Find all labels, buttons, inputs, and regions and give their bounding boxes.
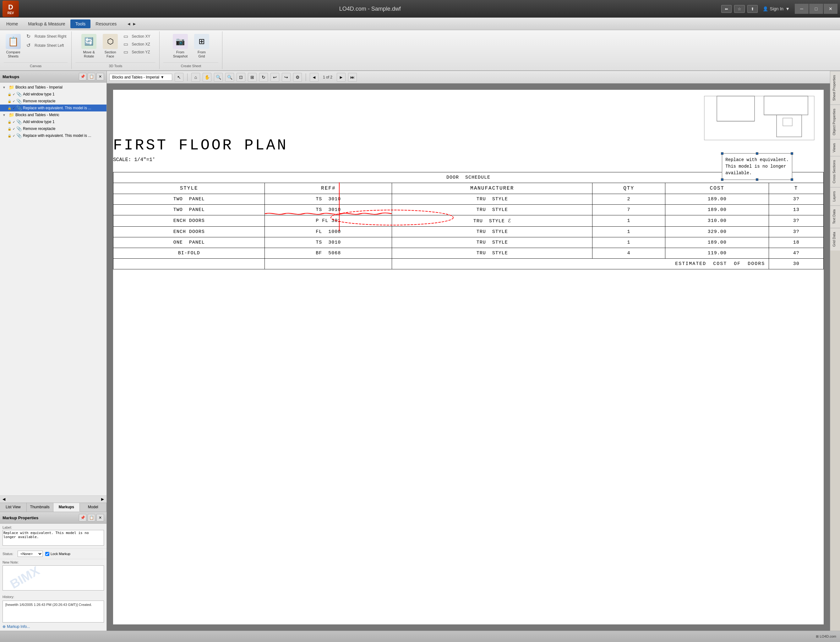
settings-btn[interactable]: ⚙ — [293, 73, 302, 82]
rotate-right-btn[interactable]: ↻ Rotate Sheet Right — [25, 32, 68, 40]
user-icon: 👤 — [763, 6, 768, 11]
tree-item-remove-receptacle-1[interactable]: 🔒 ✓ 📎 Remove receptacle — [0, 97, 107, 105]
table-row: ONE PANEL TS 3010 TRU STYLE 1 189.00 18 — [114, 237, 824, 248]
compare-sheets-btn[interactable]: 📋 CompareSheets — [4, 32, 23, 60]
sheet-selector[interactable]: Blocks and Tables - Imperial ▼ — [109, 74, 172, 81]
scroll-right-arrow[interactable]: ▶ — [101, 497, 104, 501]
zoom-fit-btn[interactable]: ⊡ — [237, 73, 245, 82]
tree-group-metric[interactable]: ▼ 📁 Blocks and Tables - Metric — [0, 112, 107, 118]
markup-props-close-btn[interactable]: ✕ — [96, 514, 104, 522]
right-tab-grid-data[interactable]: Grid Data — [830, 228, 840, 251]
tree-item-remove-receptacle-2[interactable]: 🔒 ✓ 📎 Remove receptacle — [0, 125, 107, 132]
section-xy-label: Section XY — [132, 34, 150, 39]
prev-page-btn[interactable]: ◄ — [310, 73, 318, 82]
item-icon-6: 📎 — [16, 133, 22, 138]
menu-arrow[interactable]: ◄ ► — [122, 19, 142, 28]
from-grid-label: FromGrid — [198, 50, 206, 58]
right-tab-layers[interactable]: Layers — [830, 187, 840, 205]
zoom-in-btn[interactable]: 🔍 — [214, 73, 223, 82]
scroll-arrows: ◀ ▶ — [0, 495, 107, 503]
nav-forward-btn[interactable]: ⬆ — [747, 5, 758, 13]
nav-back-btn[interactable]: ⬅ — [721, 5, 732, 13]
ribbon-create-sheet-content: 📷 FromSnapshot ⊞ FromGrid — [171, 32, 211, 61]
markup-props-copy-btn[interactable]: 📋 — [88, 514, 95, 522]
last-page-btn[interactable]: ⏭ — [348, 73, 357, 82]
check-icon-2: ✓ — [13, 99, 15, 103]
right-tab-views[interactable]: Views — [830, 139, 840, 156]
item-icon-4: 📎 — [16, 119, 22, 124]
from-grid-btn[interactable]: ⊞ FromGrid — [192, 32, 211, 60]
home-btn[interactable]: ⌂ — [191, 73, 200, 82]
nav-star-btn[interactable]: ☆ — [734, 5, 745, 13]
menu-resources[interactable]: Resources — [91, 19, 122, 28]
close-btn[interactable]: ✕ — [824, 4, 837, 14]
panel-close-btn[interactable]: ✕ — [96, 73, 104, 80]
tree-group-imperial[interactable]: ▼ 📁 Blocks and Tables - Imperial — [0, 84, 107, 91]
panel-pin-btn[interactable]: 📌 — [79, 73, 86, 80]
menu-markup-measure[interactable]: Markup & Measure — [23, 19, 70, 28]
label-textarea[interactable]: Replace with equivalent. This model is n… — [3, 530, 104, 546]
floor-plan-sketch — [701, 93, 817, 143]
tab-markups[interactable]: Markups — [54, 503, 80, 512]
tab-list-view[interactable]: List View — [0, 503, 27, 512]
redo-btn[interactable]: ↪ — [282, 73, 291, 82]
from-snapshot-btn[interactable]: 📷 FromSnapshot — [171, 32, 190, 60]
tree-item-add-window-2[interactable]: 🔒 ✓ 📎 Add window type 1 — [0, 118, 107, 125]
section-xz-btn[interactable]: ▭ Section XZ — [122, 41, 151, 48]
cursor-btn[interactable]: ↖ — [175, 73, 184, 82]
annotation-text: Replace with equivalent.This model is no… — [725, 157, 789, 175]
zoom-window-btn[interactable]: ⊞ — [248, 73, 257, 82]
tab-thumbnails[interactable]: Thumbnails — [27, 503, 54, 512]
table-row: TWO PANEL TS 3010 TRU STYLE 7 — [114, 205, 824, 216]
right-tab-sheet-properties[interactable]: Sheet Properties — [830, 71, 840, 105]
markup-annotation-box: Replace with equivalent.This model is no… — [722, 153, 792, 180]
maximize-btn[interactable]: □ — [809, 4, 823, 14]
lock-icon-5: 🔒 — [8, 127, 11, 131]
section-xy-btn[interactable]: ▭ Section XY — [122, 32, 151, 40]
section-face-btn[interactable]: ⬡ SectionFace — [101, 32, 120, 60]
rotate-left-btn[interactable]: ↺ Rotate Sheet Left — [25, 42, 68, 49]
tree-item-replace-1[interactable]: 🔒 ✓ 📎 Replace with equivalent. This mode… — [0, 105, 107, 112]
next-page-btn[interactable]: ► — [337, 73, 346, 82]
rotate-view-btn[interactable]: ↻ — [259, 73, 268, 82]
zoom-out-btn[interactable]: 🔍 — [225, 73, 234, 82]
panel-copy-btn[interactable]: 📋 — [88, 73, 95, 80]
section-yz-label: Section YZ — [132, 50, 150, 54]
tree-item-add-window-2-label: Add window type 1 — [23, 120, 104, 124]
undo-btn[interactable]: ↩ — [270, 73, 279, 82]
minimize-btn[interactable]: ─ — [795, 4, 809, 14]
item-icon-5: 📎 — [16, 126, 22, 131]
right-tab-object-properties[interactable]: Object Properties — [830, 105, 840, 139]
right-tab-text-data[interactable]: Text Data — [830, 205, 840, 228]
lock-icon-2: 🔒 — [8, 99, 11, 103]
toolbar-sep-2 — [305, 73, 306, 81]
menu-tools[interactable]: Tools — [70, 19, 91, 28]
tree-item-replace-2[interactable]: 🔒 ✓ 📎 Replace with equivalent. This mode… — [0, 132, 107, 139]
markup-info-btn[interactable]: ⊕ Markup Info... — [0, 623, 107, 631]
label-field-label: Label: — [3, 525, 104, 529]
ribbon-canvas-content: 📋 CompareSheets ↻ Rotate Sheet Right ↺ R… — [4, 32, 68, 61]
sign-in-label: Sign In — [770, 6, 784, 11]
tree-item-add-window-1[interactable]: 🔒 ✓ 📎 Add window type 1 — [0, 91, 107, 97]
toolbar-sep-1 — [187, 73, 188, 81]
tree-item-remove-receptacle-2-label: Remove receptacle — [23, 126, 104, 131]
right-tabs-panel: Sheet Properties Object Properties Views… — [830, 71, 840, 631]
markup-props-pin-btn[interactable]: 📌 — [79, 514, 86, 522]
tab-model[interactable]: Model — [80, 503, 107, 512]
right-tab-cross-sections[interactable]: Cross Sections — [830, 156, 840, 187]
move-rotate-btn[interactable]: 🔄 Move &Rotate — [80, 32, 98, 60]
title-bar: D REV LO4D.com - Sample.dwf ⬅ ☆ ⬆ 👤 Sign… — [0, 0, 840, 18]
sign-in-btn[interactable]: 👤 Sign In ▼ — [763, 6, 790, 11]
hand-btn[interactable]: ✋ — [203, 73, 211, 82]
section-yz-btn[interactable]: ▭ Section YZ — [122, 49, 151, 55]
page-indicator: 1 of 2 — [321, 74, 334, 81]
lock-markup-checkbox[interactable] — [45, 552, 49, 556]
scroll-left-arrow[interactable]: ◀ — [3, 497, 5, 501]
watermark: BIMX — [8, 564, 42, 592]
from-snapshot-label: FromSnapshot — [173, 50, 188, 58]
section-xz-icon: ▭ — [123, 41, 130, 47]
status-select[interactable]: <None> — [18, 551, 43, 557]
plus-icon: ⊕ — [3, 624, 6, 629]
menu-home[interactable]: Home — [1, 19, 23, 28]
compare-sheets-label: CompareSheets — [6, 50, 20, 58]
